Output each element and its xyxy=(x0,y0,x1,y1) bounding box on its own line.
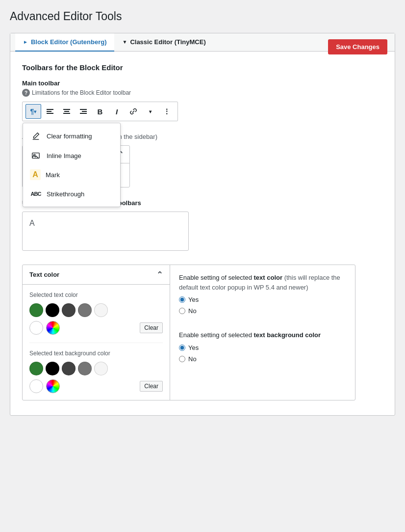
svg-rect-4 xyxy=(64,111,69,112)
color-swatch-white[interactable] xyxy=(29,321,43,335)
svg-rect-0 xyxy=(47,109,53,110)
toolbar-dropdown: Clear formatting Inline Image A Mark xyxy=(23,123,121,207)
svg-rect-8 xyxy=(80,113,87,114)
page-title: Advanced Editor Tools xyxy=(10,10,395,23)
bg-swatch-gray[interactable] xyxy=(78,362,92,375)
align-center-btn[interactable] xyxy=(59,104,75,119)
toolbars-title: Toolbars for the Block Editor xyxy=(22,63,383,72)
bg-no-label: No xyxy=(188,355,197,363)
bg-color-swatches-row xyxy=(29,362,163,375)
inline-image-icon xyxy=(30,150,42,161)
bg-color-row2: Clear xyxy=(29,379,163,393)
tab-block-editor[interactable]: ► Block Editor (Gutenberg) xyxy=(15,33,114,52)
strikethrough-label: Strikethrough xyxy=(47,190,84,198)
bg-swatch-light[interactable] xyxy=(94,362,108,375)
bg-swatch-green[interactable] xyxy=(29,362,43,375)
enable-color-radios: Yes No xyxy=(179,296,346,315)
help-text-content: Limitations for the Block Editor toolbar xyxy=(32,89,131,96)
svg-rect-10 xyxy=(32,153,39,159)
enable-bg-yes-radio[interactable] xyxy=(179,345,185,351)
enable-bg-bold: text background color xyxy=(254,331,321,339)
color-row2: Clear xyxy=(29,321,163,335)
text-color-combined-panel: Text color ⌃ Selected text color xyxy=(22,265,355,400)
clear-bg-color-btn[interactable]: Clear xyxy=(140,381,163,392)
main-toolbar-label: Main toolbar xyxy=(22,80,383,87)
enable-bg-no-label[interactable]: No xyxy=(179,355,346,363)
inline-image-label: Inline Image xyxy=(47,152,81,160)
text-color-chevron-icon: ⌃ xyxy=(156,270,163,279)
enable-color-bold: text color xyxy=(254,274,283,281)
color-swatch-light[interactable] xyxy=(94,303,108,317)
mark-icon: A xyxy=(30,169,41,180)
bg-swatch-white[interactable] xyxy=(29,379,43,393)
bg-swatch-darkgray[interactable] xyxy=(62,362,76,375)
text-color-panel-header[interactable]: Text color ⌃ xyxy=(23,265,170,285)
align-left-btn[interactable] xyxy=(42,104,58,119)
text-color-label: Text color xyxy=(29,271,59,278)
save-button-wrap: Save Changes xyxy=(328,39,387,54)
enable-color-yes-label[interactable]: Yes xyxy=(179,296,346,303)
extra-options-btn[interactable]: ⋮ xyxy=(159,104,175,119)
bg-color-section: Selected text background color xyxy=(29,343,163,393)
color-swatch-gray[interactable] xyxy=(78,303,92,317)
enable-bg-radios: Yes No xyxy=(179,344,346,363)
tabs-header: ► Block Editor (Gutenberg) ▼ Classic Edi… xyxy=(10,33,395,52)
enable-text-color-label: Enable setting of selected text color (t… xyxy=(179,273,346,292)
enable-bg-no-radio[interactable] xyxy=(179,356,185,362)
enable-color-no-radio[interactable] xyxy=(179,308,185,314)
bg-yes-label: Yes xyxy=(188,344,199,351)
svg-rect-5 xyxy=(63,113,70,114)
tab-block-editor-label: Block Editor (Gutenberg) xyxy=(31,38,107,46)
color-swatch-rainbow[interactable] xyxy=(46,321,60,335)
text-color-panel-body: Selected text color xyxy=(23,285,170,400)
selected-color-label: Selected text color xyxy=(29,292,163,298)
unused-placeholder: A xyxy=(29,219,35,227)
enable-color-no-label[interactable]: No xyxy=(179,307,346,315)
color-swatches-row xyxy=(29,303,163,317)
svg-rect-2 xyxy=(47,113,53,114)
color-left-col: Text color ⌃ Selected text color xyxy=(23,265,170,400)
clear-formatting-item[interactable]: Clear formatting xyxy=(23,126,120,146)
mark-item[interactable]: A Mark xyxy=(23,165,120,184)
color-swatch-black[interactable] xyxy=(46,303,59,317)
mark-label: Mark xyxy=(46,171,60,179)
svg-rect-1 xyxy=(47,111,51,112)
strikethrough-icon: ABC xyxy=(30,188,42,200)
bg-swatch-rainbow[interactable] xyxy=(46,379,60,393)
strikethrough-item[interactable]: ABC Strikethrough xyxy=(23,184,120,204)
enable-color-yes-radio[interactable] xyxy=(179,296,185,303)
enable-bg-yes-label[interactable]: Yes xyxy=(179,344,346,351)
italic-btn[interactable]: I xyxy=(109,104,125,119)
main-toolbar: ¶▾ B I ▾ ⋮ xyxy=(22,102,178,121)
svg-rect-3 xyxy=(63,109,70,110)
color-swatch-green[interactable] xyxy=(29,303,43,317)
more-dropdown-btn[interactable]: ▾ xyxy=(142,104,158,119)
tab-classic-editor-label: Classic Editor (TinyMCE) xyxy=(130,38,205,46)
eraser-icon xyxy=(30,130,42,142)
svg-rect-7 xyxy=(82,111,87,112)
paragraph-dropdown-btn[interactable]: ¶▾ xyxy=(25,104,41,119)
enable-options-col: Enable setting of selected text color (t… xyxy=(170,265,355,400)
content-area: Toolbars for the Block Editor Main toolb… xyxy=(10,52,395,415)
no-label: No xyxy=(188,307,197,315)
main-toolbar-help: ? Limitations for the Block Editor toolb… xyxy=(22,89,383,97)
main-container: ► Block Editor (Gutenberg) ▼ Classic Edi… xyxy=(10,33,395,416)
tab-classic-editor[interactable]: ▼ Classic Editor (TinyMCE) xyxy=(114,33,213,52)
selected-bg-label: Selected text background color xyxy=(29,350,163,357)
enable-bg-text1: Enable setting of selected xyxy=(179,331,252,339)
clear-color-btn[interactable]: Clear xyxy=(140,322,163,333)
bg-swatch-black[interactable] xyxy=(46,362,59,375)
tab-arrow-icon: ► xyxy=(23,39,28,45)
save-changes-button[interactable]: Save Changes xyxy=(328,39,387,54)
tab-classic-arrow-icon: ▼ xyxy=(122,39,127,45)
svg-rect-6 xyxy=(80,109,87,110)
bold-btn[interactable]: B xyxy=(92,104,108,119)
align-right-btn[interactable] xyxy=(76,104,91,119)
color-section: Text color ⌃ Selected text color xyxy=(22,265,383,400)
enable-color-text1: Enable setting of selected xyxy=(179,274,252,281)
link-btn[interactable] xyxy=(126,104,141,119)
enable-bg-color-section: Enable setting of selected text backgrou… xyxy=(179,330,346,363)
color-swatch-darkgray[interactable] xyxy=(62,303,76,317)
inline-image-item[interactable]: Inline Image xyxy=(23,146,120,165)
enable-bg-color-label: Enable setting of selected text backgrou… xyxy=(179,330,346,340)
